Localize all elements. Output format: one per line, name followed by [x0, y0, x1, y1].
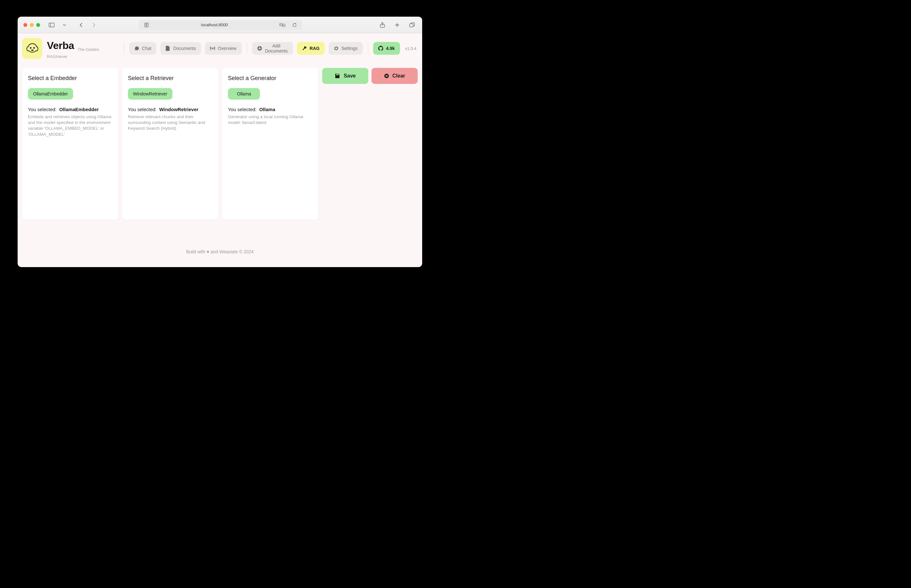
broadcast-icon — [210, 46, 215, 51]
nav-settings-label: Settings — [341, 46, 358, 51]
document-icon — [165, 46, 170, 51]
chat-icon — [134, 46, 139, 51]
github-stars-count: 4.9k — [386, 46, 395, 51]
tabs-icon[interactable] — [407, 21, 417, 29]
plus-circle-icon — [257, 46, 262, 51]
nav-add-documents[interactable]: Add Documents — [252, 42, 293, 55]
retriever-selected-label: You selected: — [128, 107, 157, 112]
generator-selected: You selected: Ollama — [228, 107, 313, 112]
minimize-window-button[interactable] — [30, 23, 34, 27]
clear-button[interactable]: Clear — [371, 68, 418, 84]
embedder-card: Select a Embedder OllamaEmbedder You sel… — [22, 68, 118, 220]
nav-settings[interactable]: Settings — [329, 42, 363, 55]
svg-point-12 — [30, 47, 31, 48]
nav-rag-label: RAG — [310, 46, 319, 51]
embedder-desc: Embeds and retrieves objects using Ollam… — [28, 114, 112, 137]
chevron-down-icon[interactable] — [60, 21, 69, 29]
nav-overview[interactable]: Overview — [205, 42, 242, 55]
divider — [124, 43, 124, 54]
github-stars-button[interactable]: 4.9k — [373, 42, 400, 55]
nav-rag[interactable]: RAG — [297, 42, 325, 55]
embedder-selected-value: OllamaEmbedder — [59, 107, 99, 112]
page-content: Verba The Golden RAGtriever Chat Documen… — [18, 33, 422, 267]
action-column: Save Clear — [322, 68, 418, 240]
nav-chat[interactable]: Chat — [129, 42, 157, 55]
svg-rect-0 — [49, 23, 55, 27]
back-button[interactable] — [76, 21, 86, 29]
new-tab-icon[interactable] — [393, 21, 402, 29]
divider — [247, 43, 247, 54]
generator-selected-value: Ollama — [259, 107, 276, 112]
sidebar-toggle-icon[interactable] — [47, 21, 56, 29]
generator-selected-label: You selected: — [228, 107, 257, 112]
fullscreen-window-button[interactable] — [36, 23, 40, 27]
wrench-icon — [302, 46, 307, 51]
svg-point-13 — [33, 47, 34, 48]
header-nav: Chat Documents Overview — [122, 42, 418, 55]
forward-button[interactable] — [89, 21, 99, 29]
gear-icon — [334, 46, 339, 51]
main-content: Select a Embedder OllamaEmbedder You sel… — [22, 62, 418, 240]
save-button-label: Save — [344, 73, 355, 79]
retriever-card: Select a Retriever WindowRetriever You s… — [122, 68, 218, 220]
clear-icon — [384, 73, 389, 79]
brand-block: Verba The Golden RAGtriever — [47, 40, 118, 57]
brand-title: Verba — [47, 40, 74, 51]
version-label: v1.0.4 — [405, 46, 417, 51]
nav-documents-label: Documents — [173, 46, 196, 51]
nav-add-documents-label: Add Documents — [265, 43, 287, 53]
divider — [368, 43, 368, 54]
share-icon[interactable] — [378, 21, 387, 29]
nav-overview-label: Overview — [218, 46, 236, 51]
svg-point-14 — [212, 48, 213, 49]
generator-desc: Generator using a local running Ollama m… — [228, 114, 313, 126]
embedder-title: Select a Embedder — [28, 75, 112, 82]
url-text: localhost:8000 — [154, 23, 276, 27]
save-button[interactable]: Save — [322, 68, 368, 84]
retriever-desc: Retrieve relevant chunks and their surro… — [128, 114, 212, 132]
generator-chip[interactable]: Ollama — [228, 88, 260, 100]
svg-rect-11 — [410, 24, 413, 27]
window-controls — [23, 23, 40, 27]
app-logo — [22, 38, 42, 59]
close-window-button[interactable] — [23, 23, 27, 27]
footer-text: Build with ♥ and Weaviate © 2024 — [22, 240, 418, 267]
titlebar: localhost:8000 — [18, 17, 422, 33]
address-bar[interactable]: localhost:8000 — [139, 20, 302, 30]
nav-chat-label: Chat — [142, 46, 152, 51]
retriever-title: Select a Retriever — [128, 75, 212, 82]
embedder-chip[interactable]: OllamaEmbedder — [28, 88, 73, 100]
retriever-selected-value: WindowRetriever — [159, 107, 198, 112]
generator-title: Select a Generator — [228, 75, 313, 82]
clear-button-label: Clear — [392, 73, 405, 79]
nav-documents[interactable]: Documents — [160, 42, 201, 55]
translate-icon[interactable] — [278, 21, 287, 29]
github-icon — [378, 46, 383, 51]
embedder-selected: You selected: OllamaEmbedder — [28, 107, 112, 112]
reload-icon[interactable] — [290, 21, 299, 29]
reader-icon — [142, 21, 151, 29]
retriever-selected: You selected: WindowRetriever — [128, 107, 212, 112]
app-header: Verba The Golden RAGtriever Chat Documen… — [22, 38, 418, 62]
embedder-selected-label: You selected: — [28, 107, 57, 112]
retriever-chip[interactable]: WindowRetriever — [128, 88, 172, 100]
browser-window: localhost:8000 — [18, 17, 422, 267]
save-icon — [335, 73, 340, 79]
generator-card: Select a Generator Ollama You selected: … — [222, 68, 318, 220]
